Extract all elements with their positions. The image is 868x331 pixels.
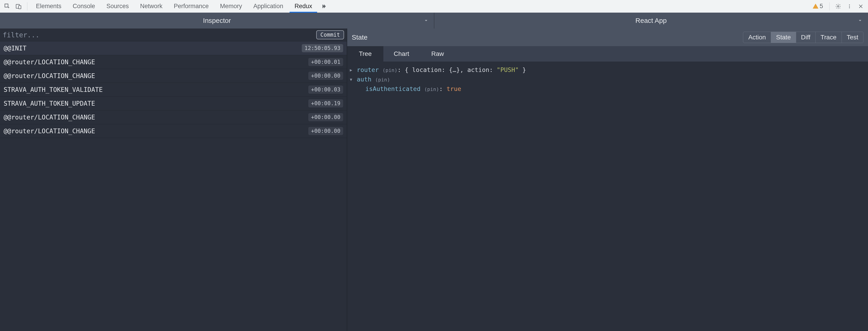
- pin-label[interactable]: (pin): [424, 86, 439, 92]
- inspect-element-icon[interactable]: [2, 1, 12, 11]
- redux-devtools-panel: Inspector React App Commit @@INIT 12:50:…: [0, 13, 868, 331]
- segment-test[interactable]: Test: [842, 32, 863, 43]
- close-icon[interactable]: [856, 1, 866, 11]
- tree-value: true: [446, 85, 461, 92]
- action-name: @@router/LOCATION_CHANGE: [4, 114, 95, 121]
- action-name: @@INIT: [4, 45, 26, 52]
- action-time: +00:00.03: [308, 85, 343, 94]
- svg-point-4: [837, 5, 839, 7]
- more-tabs-icon[interactable]: [318, 1, 329, 11]
- segment-action[interactable]: Action: [743, 32, 771, 43]
- tree-colon: :: [439, 85, 447, 92]
- pin-label[interactable]: (pin): [375, 77, 390, 83]
- action-time: +00:00.01: [308, 58, 343, 66]
- action-row[interactable]: @@router/LOCATION_CHANGE +00:00.00: [0, 69, 347, 83]
- tree-preview-str: "PUSH": [497, 66, 519, 73]
- svg-point-6: [849, 6, 850, 7]
- chevron-down-icon: [424, 18, 429, 23]
- devtools-tab-elements[interactable]: Elements: [31, 0, 66, 13]
- action-name: STRAVA_AUTH_TOKEN_UPDATE: [4, 100, 95, 107]
- state-tree: ▸ router (pin): { location: {…}, action:…: [347, 61, 868, 331]
- devtools-tab-memory[interactable]: Memory: [215, 0, 247, 13]
- action-row[interactable]: STRAVA_AUTH_TOKEN_VALIDATE +00:00.03: [0, 83, 347, 96]
- tree-key: router: [357, 66, 379, 73]
- action-time: 12:50:05.93: [302, 44, 343, 52]
- tree-node-router[interactable]: ▸ router (pin): { location: {…}, action:…: [349, 65, 866, 75]
- action-row[interactable]: @@router/LOCATION_CHANGE +00:00.00: [0, 124, 347, 138]
- devtools-tab-bar: Elements Console Sources Network Perform…: [0, 0, 868, 13]
- chevron-down-icon: [858, 18, 863, 23]
- tree-preview: { location: {…}, action:: [405, 66, 497, 73]
- settings-icon[interactable]: [833, 1, 843, 11]
- kebab-menu-icon[interactable]: [844, 1, 855, 11]
- device-toolbar-icon[interactable]: [13, 1, 24, 11]
- tree-node-auth[interactable]: ▾ auth (pin): [349, 75, 866, 84]
- state-bar-label: State: [352, 33, 740, 41]
- view-tabs: Tree Chart Raw: [347, 46, 868, 61]
- chevron-right-icon: ▸: [349, 65, 353, 75]
- action-row[interactable]: @@router/LOCATION_CHANGE +00:00.00: [0, 110, 347, 124]
- panel-header-inspector[interactable]: Inspector: [0, 13, 434, 28]
- action-time: +00:00.19: [308, 99, 343, 108]
- action-name: STRAVA_AUTH_TOKEN_VALIDATE: [4, 86, 103, 93]
- divider: [829, 2, 830, 10]
- warning-count[interactable]: 5: [810, 3, 826, 10]
- action-row[interactable]: @@router/LOCATION_CHANGE +00:00.01: [0, 55, 347, 69]
- panel-header-right-label: React App: [636, 17, 666, 24]
- state-bar: State Action State Diff Trace Test: [347, 28, 868, 46]
- devtools-tab-application[interactable]: Application: [248, 0, 288, 13]
- action-time: +00:00.00: [308, 127, 343, 135]
- state-segments: Action State Diff Trace Test: [743, 32, 864, 43]
- svg-point-7: [849, 7, 850, 8]
- view-tab-chart[interactable]: Chart: [383, 46, 420, 61]
- action-name: @@router/LOCATION_CHANGE: [4, 128, 95, 135]
- devtools-tab-redux[interactable]: Redux: [289, 0, 317, 13]
- tree-node-isauthenticated[interactable]: isAuthenticated (pin): true: [349, 84, 866, 94]
- divider: [27, 2, 27, 10]
- tree-key: isAuthenticated: [366, 85, 421, 92]
- action-name: @@router/LOCATION_CHANGE: [4, 72, 95, 80]
- pin-label[interactable]: (pin): [382, 67, 397, 73]
- segment-diff[interactable]: Diff: [796, 32, 816, 43]
- tree-preview-close: }: [519, 66, 526, 73]
- devtools-tab-sources[interactable]: Sources: [101, 0, 134, 13]
- svg-rect-1: [19, 5, 21, 8]
- chevron-down-icon: ▾: [349, 75, 353, 84]
- action-list: @@INIT 12:50:05.93 @@router/LOCATION_CHA…: [0, 42, 347, 331]
- action-name: @@router/LOCATION_CHANGE: [4, 58, 95, 66]
- filter-row: Commit: [0, 28, 347, 42]
- svg-rect-3: [815, 7, 816, 8]
- filter-input[interactable]: [3, 31, 313, 39]
- segment-state[interactable]: State: [771, 32, 796, 43]
- warning-count-value: 5: [819, 3, 823, 10]
- action-row[interactable]: @@INIT 12:50:05.93: [0, 42, 347, 55]
- view-tab-tree[interactable]: Tree: [347, 46, 383, 61]
- devtools-tab-performance[interactable]: Performance: [169, 0, 214, 13]
- panel-header-left-label: Inspector: [203, 17, 231, 24]
- action-time: +00:00.00: [308, 72, 343, 80]
- panel-header-row: Inspector React App: [0, 13, 868, 28]
- panel-header-instance[interactable]: React App: [434, 13, 868, 28]
- devtools-tab-network[interactable]: Network: [135, 0, 167, 13]
- svg-rect-2: [815, 6, 816, 7]
- segment-trace[interactable]: Trace: [815, 32, 842, 43]
- devtools-tab-console[interactable]: Console: [68, 0, 100, 13]
- svg-point-5: [849, 4, 850, 5]
- action-row[interactable]: STRAVA_AUTH_TOKEN_UPDATE +00:00.19: [0, 96, 347, 110]
- commit-button[interactable]: Commit: [316, 30, 344, 39]
- action-time: +00:00.00: [308, 113, 343, 121]
- tree-key: auth: [357, 76, 371, 83]
- view-tab-raw[interactable]: Raw: [420, 46, 456, 61]
